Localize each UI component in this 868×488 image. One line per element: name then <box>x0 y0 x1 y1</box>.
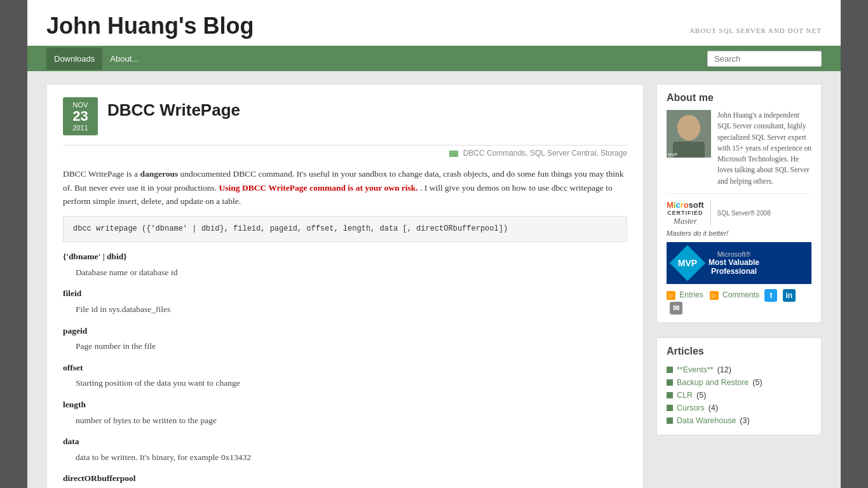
svg-rect-2 <box>673 142 705 158</box>
param-fileid-desc: File id in sys.database_files <box>63 302 627 316</box>
param-data-desc: data to be written. It's binary, for exa… <box>63 451 627 464</box>
post-date-box: Nov 23 2011 <box>63 97 98 135</box>
rss-comments-icon: ▷ <box>710 291 719 300</box>
about-me-section: About me MVP John Huang's a independent … <box>656 84 822 323</box>
article-link[interactable]: CLR <box>677 391 693 400</box>
sidebar-divider <box>656 332 822 337</box>
param-offset-name: offset <box>63 361 627 375</box>
main-nav: Downloads About... <box>27 46 841 71</box>
mvp-badge: MVP Microsoft® Most Valuable Professiona… <box>667 242 811 284</box>
warning-text: Using DBCC WritePage command is at your … <box>219 183 418 193</box>
list-item: Backup and Restore (5) <box>667 376 811 389</box>
svg-point-1 <box>677 115 700 140</box>
post-body: DBCC WritePage is a dangerous undocument… <box>63 167 627 485</box>
post-meta-links: DBCC Commands, SQL Server Central, Stora… <box>463 149 627 158</box>
article-bullet <box>667 392 673 398</box>
article-count: (4) <box>709 403 718 412</box>
site-tagline: ABOUT SQL SERVER AND DOT NET <box>689 27 822 39</box>
comments-feed-link[interactable]: Comments <box>722 290 759 299</box>
site-header: John Huang's Blog ABOUT SQL SERVER AND D… <box>27 0 841 46</box>
content-area: Nov 23 2011 DBCC WritePage DBCC Commands… <box>46 84 644 488</box>
twitter-icon[interactable]: t <box>764 289 777 302</box>
param-dbname-desc: Database name or database id <box>63 266 627 280</box>
article-count: (3) <box>740 416 749 425</box>
code-block: dbcc writepage ({'dbname' | dbid}, filei… <box>63 216 627 242</box>
list-item: Cursors (4) <box>667 402 811 414</box>
article-link[interactable]: Data Warehouse <box>677 416 736 425</box>
param-offset-desc: Starting position of the data you want t… <box>63 376 627 390</box>
param-length-name: length <box>63 398 627 412</box>
ms-certified-block: Microsoft CERTIFIED Master SQL Server® 2… <box>667 193 811 226</box>
list-item: Data Warehouse (3) <box>667 414 811 427</box>
article-bullet <box>667 379 673 386</box>
rss-entries-icon: ▷ <box>667 291 675 300</box>
post-date-year: 2011 <box>69 124 92 132</box>
post-meta: DBCC Commands, SQL Server Central, Stora… <box>63 145 627 158</box>
about-me-description: John Huang's a independent SQL Server co… <box>717 110 811 187</box>
about-me-content: MVP John Huang's a independent SQL Serve… <box>667 110 811 187</box>
nav-links: Downloads About... <box>46 48 146 70</box>
article-link[interactable]: Backup and Restore <box>677 378 749 387</box>
param-length: length number of bytes to be written to … <box>63 398 627 427</box>
param-pageid: pageid Page number in the file <box>63 324 627 353</box>
ms-logo-text: Microsoft <box>667 200 704 210</box>
linkedin-icon[interactable]: in <box>783 289 796 302</box>
sidebar-feeds: ▷ Entries ▷ Comments t in ✉ <box>667 289 811 315</box>
search-input[interactable] <box>707 51 822 67</box>
entries-feed-link[interactable]: Entries <box>679 290 703 299</box>
param-pageid-desc: Page number in the file <box>63 339 627 353</box>
ms-cert-certified: CERTIFIED <box>667 210 703 216</box>
article-count: (5) <box>752 378 762 387</box>
masters-tagline: Masters do it better! <box>667 229 811 237</box>
intro-text-1: DBCC WritePage is a <box>63 169 140 179</box>
param-data: data data to be written. It's binary, fo… <box>63 435 627 464</box>
param-pageid-name: pageid <box>63 324 627 338</box>
article-link[interactable]: **Events** <box>677 365 714 374</box>
param-dbname-name: {'dbname' | dbid} <box>63 250 627 264</box>
mvp-line3: Professional <box>709 267 759 276</box>
nav-downloads[interactable]: Downloads <box>46 48 102 70</box>
article-bullet <box>667 417 673 424</box>
article-link[interactable]: Cursors <box>677 403 705 412</box>
post-title: DBCC WritePage <box>107 97 240 120</box>
post-intro: DBCC WritePage is a dangerous undocument… <box>63 167 627 208</box>
blog-title: John Huang's Blog <box>46 13 254 39</box>
page-wrapper: John Huang's Blog ABOUT SQL SERVER AND D… <box>27 0 841 488</box>
mvp-badge-title: MVP <box>678 258 697 268</box>
param-directorbufferpool: directORbufferpool <box>63 471 627 485</box>
article-bullet <box>667 405 673 411</box>
sidebar: About me MVP John Huang's a independent … <box>656 84 822 488</box>
ms-cert-product: SQL Server® 2008 <box>717 210 771 217</box>
param-offset: offset Starting position of the data you… <box>63 361 627 390</box>
ms-cert-master: Master <box>674 216 697 226</box>
ms-cert-logo: Microsoft CERTIFIED Master <box>667 200 704 226</box>
param-fileid: fileid File id in sys.database_files <box>63 287 627 316</box>
list-item: CLR (5) <box>667 389 811 402</box>
svg-text:MVP: MVP <box>668 152 678 157</box>
param-length-desc: number of bytes to be written to the pag… <box>63 414 627 428</box>
email-icon[interactable]: ✉ <box>670 302 682 315</box>
about-me-title: About me <box>667 92 811 104</box>
author-photo: MVP <box>667 110 711 158</box>
nav-about[interactable]: About... <box>102 48 146 70</box>
list-item: **Events** (12) <box>667 363 811 376</box>
mvp-line1: Microsoft® <box>709 250 759 258</box>
articles-section: Articles **Events** (12) Backup and Rest… <box>656 337 822 435</box>
articles-title: Articles <box>667 346 811 357</box>
param-dbname: {'dbname' | dbid} Database name or datab… <box>63 250 627 279</box>
articles-list: **Events** (12) Backup and Restore (5) C… <box>667 363 811 427</box>
article-count: (5) <box>696 391 706 400</box>
cert-divider <box>710 200 711 226</box>
article-count: (12) <box>717 365 731 374</box>
mvp-line2: Most Valuable <box>709 258 759 267</box>
main-container: Nov 23 2011 DBCC WritePage DBCC Commands… <box>27 71 841 488</box>
post-header: Nov 23 2011 DBCC WritePage <box>63 97 627 135</box>
intro-bold: dangerous <box>140 169 178 179</box>
article-bullet <box>667 367 673 373</box>
param-data-name: data <box>63 435 627 449</box>
post-date-day: 23 <box>69 109 92 124</box>
tag-icon <box>449 151 458 157</box>
param-fileid-name: fileid <box>63 287 627 301</box>
param-directorbufferpool-name: directORbufferpool <box>63 471 627 485</box>
